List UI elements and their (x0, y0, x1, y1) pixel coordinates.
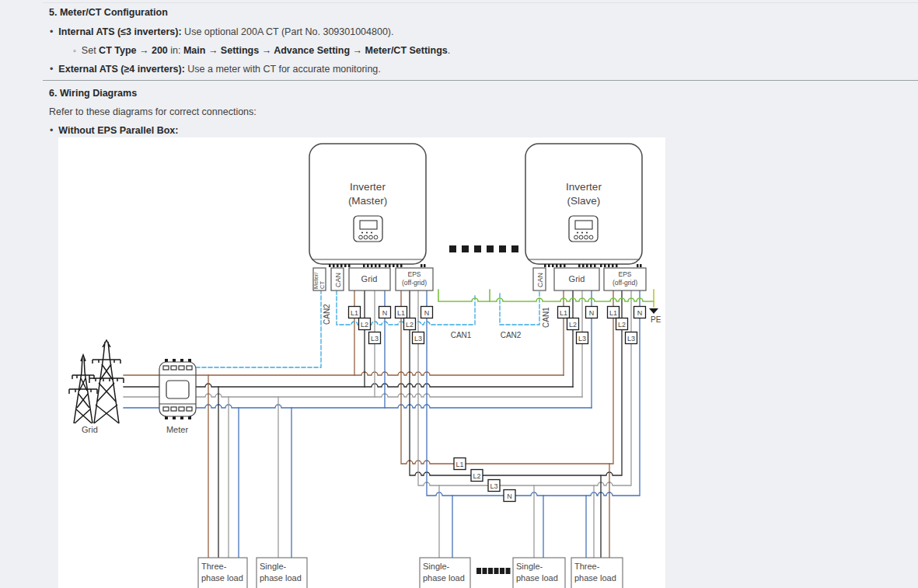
inverter-master: Inverter (Master) (309, 144, 426, 267)
sub-part-0: Set (82, 45, 99, 56)
inverter-master-label-line2: (Master) (348, 195, 387, 207)
wire-label-l3: L3 (414, 335, 422, 343)
wire-label-n: N (589, 309, 595, 317)
pe-label: PE (651, 315, 661, 324)
load-label-line1: Single- (423, 562, 450, 571)
bullet2-bold: External ATS (≥4 inverters): (58, 64, 184, 75)
inverter-slave-label-line1: Inverter (566, 181, 602, 193)
eps-terminal-label1: EPS (407, 270, 421, 278)
grid-terminal-label: Grid (569, 274, 585, 284)
wire-label-boxes: L1 L2 L3 N L1 L2 L3 N L1 L2 L3 N L1 L2 L… (349, 307, 646, 502)
section5-bullet2: • External ATS (≥4 inverters): Use a met… (50, 63, 381, 75)
section-divider (43, 80, 918, 81)
load-label-line2: phase load (201, 573, 243, 583)
grid-terminal-label: Grid (361, 274, 378, 284)
circle-bullet-icon: ◦ (73, 46, 76, 55)
can1-label: CAN1 (451, 331, 472, 339)
wire-label-n: N (424, 309, 430, 317)
wire-label-l3: L3 (490, 482, 497, 490)
load-label-line1: Single- (516, 562, 543, 571)
wire-label-n: N (507, 492, 512, 500)
bullet1-rest: Use optional 200A CT (Part No. 309301004… (182, 26, 394, 37)
section5-bullet1: • Internal ATS (≤3 inverters): Use optio… (50, 26, 394, 38)
top-border-line (43, 2, 918, 3)
wire-label-l2: L2 (473, 472, 480, 480)
more-loads-dots (476, 568, 511, 574)
master-terminals: Meter/ CT CAN Grid EPS (off-grid) (312, 268, 433, 291)
can-terminal-label: CAN (536, 273, 544, 287)
wiring-diagram: PE Grid Meter Inverter (Master) (58, 137, 665, 588)
wire-label-l2: L2 (406, 321, 414, 329)
inverter-display-icon (354, 216, 382, 242)
sub-part-1: CT Type → 200 (99, 45, 168, 56)
meter-caption: Meter (166, 425, 188, 434)
sub-part-2: in: (168, 45, 183, 56)
section6-intro: Refer to these diagrams for correct conn… (49, 106, 257, 118)
sub-part-4: . (448, 45, 450, 56)
meter-ct-terminal-label2: CT (319, 281, 326, 289)
load-drop-wires (208, 375, 609, 558)
eps-terminal-label2: (off-grid) (402, 279, 427, 287)
wire-label-l1: L1 (456, 461, 463, 468)
load-label-line2: phase load (260, 573, 302, 583)
bullet2-rest: Use a meter with CT for accurate monitor… (185, 64, 381, 75)
wire-label-l2: L2 (569, 321, 577, 329)
bullet1-bold: Internal ATS (≤3 inverters): (58, 26, 181, 37)
slave-terminals: CAN Grid EPS (off-grid) (533, 268, 646, 291)
wire-label-l3: L3 (578, 335, 586, 343)
wire-label-l2: L2 (618, 321, 626, 329)
inverter-display-icon (569, 216, 598, 242)
load-label-line1: Three- (201, 562, 227, 571)
grid-caption: Grid (82, 425, 98, 434)
eps-terminal-label1: EPS (618, 270, 631, 278)
wire-label-l3: L3 (371, 335, 379, 343)
can1-vertical-label: CAN1 (542, 307, 550, 328)
inverter-slave-label-line2: (Slave) (567, 195, 601, 207)
eps-terminal-label2: (off-grid) (613, 279, 637, 287)
document-page: { "document": { "section5": { "heading":… (0, 0, 918, 588)
load-boxes: Three- phase load Single- phase load Sin… (198, 558, 623, 588)
wire-label-l3: L3 (627, 335, 635, 343)
eps-bus-wires (401, 291, 640, 496)
bullet1-label: Without EPS Parallel Box: (58, 125, 178, 136)
more-inverters-dots (449, 245, 518, 252)
section6-heading: 6. Wiring Diagrams (49, 87, 137, 99)
bullet-icon: • (50, 64, 53, 75)
inverter-master-label-line1: Inverter (350, 181, 386, 193)
load-label-line1: Single- (260, 562, 287, 571)
wire-label-l1: L1 (397, 309, 405, 317)
can2-vertical-label: CAN2 (323, 304, 331, 325)
section6-bullet1: • Without EPS Parallel Box: (50, 124, 178, 137)
meter-icon (159, 359, 196, 419)
wire-label-l1: L1 (351, 309, 358, 317)
load-label-line2: phase load (574, 573, 616, 583)
sub-part-3: Main → Settings → Advance Setting → Mete… (183, 45, 448, 56)
can-terminal-label: CAN (334, 273, 342, 287)
wire-label-l1: L1 (560, 309, 567, 317)
can2-label: CAN2 (501, 331, 522, 339)
wire-label-n: N (637, 309, 643, 317)
load-label-line2: phase load (516, 573, 558, 583)
load-label-line2: phase load (423, 573, 465, 583)
load-label-line1: Three- (574, 562, 600, 571)
wire-label-n: N (382, 309, 388, 317)
grid-tower-icon (69, 340, 124, 423)
bullet-icon: • (50, 26, 53, 37)
ground-symbol-icon (649, 308, 658, 314)
inverter-slave: Inverter (Slave) (525, 144, 642, 267)
wire-label-l2: L2 (361, 321, 368, 329)
bullet-icon: • (50, 125, 53, 136)
section5-heading: 5. Meter/CT Configuration (49, 6, 168, 19)
wire-label-l1: L1 (609, 309, 617, 317)
wiring-diagram-svg: PE Grid Meter Inverter (Master) (58, 137, 665, 588)
section5-sub-bullet: ◦ Set CT Type → 200 in: Main → Settings … (73, 44, 450, 57)
